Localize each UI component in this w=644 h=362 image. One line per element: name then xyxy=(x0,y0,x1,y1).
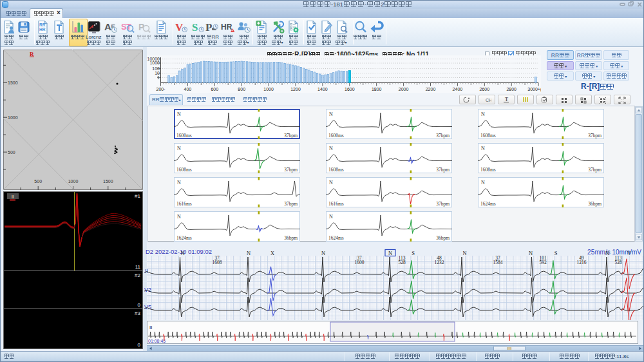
svg-text:37bpm: 37bpm xyxy=(284,133,298,138)
svg-text:37bpm: 37bpm xyxy=(589,133,602,138)
svg-text:200-: 200- xyxy=(156,87,166,91)
svg-text:2200: 2200 xyxy=(426,87,436,91)
svg-text:T: T xyxy=(126,22,131,32)
svg-text:II: II xyxy=(149,325,152,330)
svg-text:N: N xyxy=(329,180,333,186)
svg-text:N: N xyxy=(529,250,533,256)
svg-text:#3: #3 xyxy=(135,310,140,316)
svg-text:01:08:45: 01:08:45 xyxy=(148,339,166,343)
svg-text:P: P xyxy=(205,21,212,33)
svg-text:#1: #1 xyxy=(135,193,140,199)
svg-text:N: N xyxy=(463,250,467,256)
svg-text:#2: #2 xyxy=(135,272,140,278)
svg-text:RR: RR xyxy=(39,23,46,27)
svg-text:1500: 1500 xyxy=(8,81,18,85)
svg-text:1500: 1500 xyxy=(103,179,113,184)
svg-text:1000: 1000 xyxy=(263,87,274,91)
svg-text:1608: 1608 xyxy=(213,260,222,265)
svg-text:II: II xyxy=(145,268,148,274)
svg-text:N: N xyxy=(177,111,181,117)
svg-text:N: N xyxy=(481,111,485,117)
svg-text:0: 0 xyxy=(138,342,141,348)
svg-text:3000+(ms): 3000+(ms) xyxy=(527,87,541,92)
svg-text:2800: 2800 xyxy=(506,87,516,91)
svg-text:HR: HR xyxy=(39,27,46,32)
svg-text:1624ms: 1624ms xyxy=(328,235,344,241)
svg-text:1600: 1600 xyxy=(345,87,355,91)
svg-text:S: S xyxy=(412,250,415,256)
svg-text:11: 11 xyxy=(135,264,141,270)
svg-text:N: N xyxy=(605,250,609,256)
svg-text:400: 400 xyxy=(184,87,192,91)
svg-text:1608ms: 1608ms xyxy=(480,167,496,173)
svg-text:1600ms: 1600ms xyxy=(328,133,344,138)
svg-text:V: V xyxy=(175,21,184,33)
svg-text:S: S xyxy=(554,250,558,256)
svg-text:N: N xyxy=(481,180,485,186)
svg-text:N: N xyxy=(177,214,181,220)
svg-text:37bpm: 37bpm xyxy=(284,167,298,173)
svg-text:II: II xyxy=(12,194,14,200)
svg-text:N: N xyxy=(481,146,485,151)
svg-text:V2: V2 xyxy=(144,287,151,293)
svg-text:N: N xyxy=(329,111,333,117)
svg-text:500: 500 xyxy=(34,179,42,184)
svg-text:2000: 2000 xyxy=(399,87,409,91)
svg-text:37bpm: 37bpm xyxy=(436,167,450,173)
svg-text:1608ms: 1608ms xyxy=(480,133,496,138)
svg-text:N: N xyxy=(177,146,181,151)
svg-text:0: 0 xyxy=(138,302,141,308)
svg-text:592: 592 xyxy=(539,260,547,265)
svg-text:CH: CH xyxy=(486,97,491,102)
svg-text:HR: HR xyxy=(221,23,232,32)
svg-text:2400: 2400 xyxy=(453,87,463,91)
svg-text:1216: 1216 xyxy=(577,260,587,265)
svg-text:1608ms: 1608ms xyxy=(176,167,192,173)
svg-text:1616ms: 1616ms xyxy=(176,201,192,207)
svg-text:V: V xyxy=(627,250,632,256)
svg-text:37bpm: 37bpm xyxy=(436,201,450,207)
svg-text:N: N xyxy=(388,250,392,256)
svg-text:1232: 1232 xyxy=(435,260,444,265)
svg-text:36bpm: 36bpm xyxy=(284,235,298,241)
svg-text:1000: 1000 xyxy=(68,179,79,184)
svg-text:X: X xyxy=(270,250,274,256)
svg-text:37bpm: 37bpm xyxy=(589,167,602,173)
svg-text:1608ms: 1608ms xyxy=(328,167,344,173)
svg-text:N: N xyxy=(329,214,333,220)
svg-text:800: 800 xyxy=(238,87,245,91)
svg-text:1000: 1000 xyxy=(8,115,18,120)
svg-text:1624ms: 1624ms xyxy=(480,201,496,207)
svg-text:N: N xyxy=(329,146,333,151)
svg-text:1624ms: 1624ms xyxy=(176,235,192,241)
svg-text:D2 2022-02-10 01:09:02: D2 2022-02-10 01:09:02 xyxy=(146,248,212,255)
svg-text:1600: 1600 xyxy=(355,260,365,265)
svg-text:N: N xyxy=(321,250,325,256)
svg-text:528: 528 xyxy=(614,260,622,265)
svg-text:2600: 2600 xyxy=(480,87,490,91)
svg-text:T: T xyxy=(505,97,508,102)
svg-text:V5: V5 xyxy=(144,304,151,310)
svg-text:36bpm: 36bpm xyxy=(589,201,602,207)
svg-text:1584: 1584 xyxy=(493,260,503,265)
svg-text:528: 528 xyxy=(398,260,406,265)
svg-text:1800: 1800 xyxy=(372,87,382,91)
svg-text:600: 600 xyxy=(211,87,218,91)
svg-text:N: N xyxy=(177,180,181,186)
svg-text:500: 500 xyxy=(8,150,15,155)
svg-text:1200: 1200 xyxy=(290,87,301,91)
svg-text:N: N xyxy=(181,250,185,256)
svg-text:1400: 1400 xyxy=(317,87,328,91)
svg-text:S: S xyxy=(192,21,198,33)
svg-text:1616ms: 1616ms xyxy=(328,201,344,207)
svg-text:1600ms: 1600ms xyxy=(176,133,192,138)
svg-text:37bpm: 37bpm xyxy=(284,201,298,207)
svg-text:36bpm: 36bpm xyxy=(436,235,450,241)
svg-text:N: N xyxy=(247,250,251,256)
svg-text:37bpm: 37bpm xyxy=(436,133,450,138)
